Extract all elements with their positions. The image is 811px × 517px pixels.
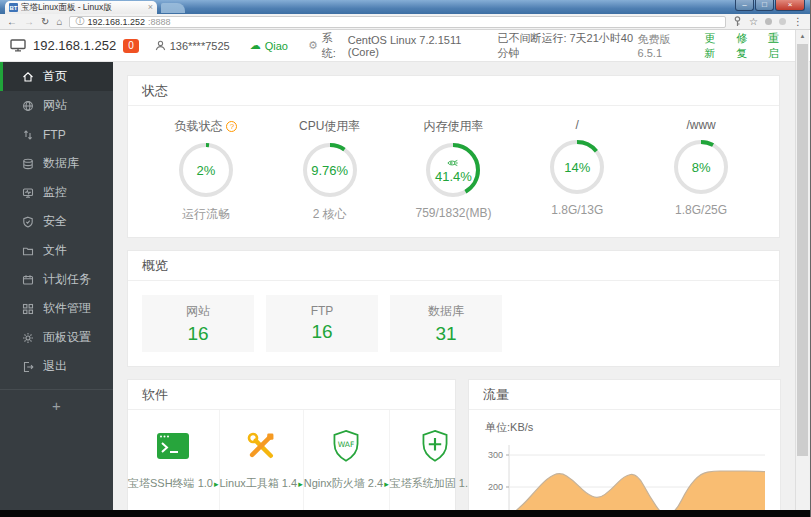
- overview-ftp[interactable]: FTP 16: [266, 295, 378, 352]
- gauge-value: 14%: [564, 160, 590, 175]
- software-item-linux-toolbox[interactable]: Linux工具箱 1.4▸: [220, 410, 304, 510]
- play-icon: ▸: [384, 479, 389, 489]
- gauge-subtext: 1.8G/13G: [515, 203, 639, 217]
- monitor-pulse-icon: [22, 187, 34, 199]
- repair-link[interactable]: 修复: [736, 31, 756, 61]
- sidebar-item-files[interactable]: 文件: [0, 236, 113, 265]
- sidebar-item-cron[interactable]: 计划任务: [0, 265, 113, 294]
- svg-text:WAF: WAF: [338, 440, 355, 449]
- overview-sites[interactable]: 网站 16: [142, 295, 254, 352]
- sidebar-item-label: 安全: [43, 213, 67, 230]
- scrollbar-thumb[interactable]: [797, 44, 808, 456]
- database-icon: [22, 158, 34, 170]
- panel-topbar: 192.168.1.252 0 136****7525 ☁ Qiao ⚙ 系统:…: [0, 30, 810, 62]
- toolbox-icon: [245, 426, 277, 466]
- window-minimize-button[interactable]: –: [735, 0, 754, 11]
- sidebar-item-label: 数据库: [43, 155, 79, 172]
- gauge-value: 8%: [692, 160, 711, 175]
- traffic-card: 流量 单位:KB/s 300200100: [468, 379, 781, 510]
- sidebar-item-software[interactable]: 软件管理: [0, 294, 113, 323]
- site-favicon: BT: [9, 3, 18, 12]
- sidebar-item-security[interactable]: 安全: [0, 207, 113, 236]
- panel-version: 免费版 6.5.1: [638, 32, 693, 59]
- software-item-label: Nginx防火墙 2.4: [304, 477, 383, 489]
- sidebar-item-monitor[interactable]: 监控: [0, 178, 113, 207]
- window-maximize-button[interactable]: □: [755, 0, 774, 11]
- server-ip[interactable]: 192.168.1.252: [33, 38, 116, 53]
- sidebar-item-sites[interactable]: 网站: [0, 91, 113, 120]
- sidebar: 首页 网站 FTP 数据库 监控 安全 文件 计划任务: [0, 62, 113, 510]
- system-value: CentOS Linux 7.2.1511 (Core): [348, 34, 478, 58]
- chrome-menu-icon[interactable]: ⋮: [793, 15, 803, 29]
- update-link[interactable]: 更新: [704, 31, 724, 61]
- url-bar[interactable]: ⓘ 192.168.1.252:8888: [69, 16, 726, 28]
- sidebar-item-home[interactable]: 首页: [0, 62, 113, 91]
- cloud-name: Qiao: [265, 40, 288, 52]
- sidebar-item-ftp[interactable]: FTP: [0, 120, 113, 149]
- window-titlebar: BT 宝塔Linux面板 - Linux版 × – □ ×: [0, 0, 810, 14]
- software-title: 软件: [128, 380, 455, 410]
- sidebar-item-logout[interactable]: 退出: [0, 352, 113, 381]
- sidebar-item-label: 计划任务: [43, 271, 91, 288]
- new-tab-button[interactable]: [161, 3, 185, 13]
- sidebar-item-settings[interactable]: 面板设置: [0, 323, 113, 352]
- software-item-system-hardening[interactable]: 宝塔系统加固 1.3▸: [390, 410, 480, 510]
- overview-title: 概览: [128, 251, 779, 281]
- browser-tab[interactable]: BT 宝塔Linux面板 - Linux版 ×: [5, 1, 157, 14]
- donut-gauge: 14%: [548, 138, 606, 196]
- window-close-button[interactable]: ×: [775, 0, 805, 11]
- bookmark-star-icon[interactable]: ☆: [749, 15, 758, 29]
- transfer-icon: [22, 129, 34, 141]
- help-icon[interactable]: ?: [226, 121, 237, 132]
- url-port: :8888: [148, 17, 171, 27]
- overview-database[interactable]: 数据库 31: [390, 295, 502, 352]
- main-content: 状态 负载状态 ? 2% 运行流畅 CPU使用率: [113, 62, 810, 510]
- play-icon: ▸: [298, 479, 303, 489]
- sidebar-add-button[interactable]: +: [0, 390, 113, 420]
- account-phone[interactable]: 136****7525: [155, 40, 230, 52]
- page-scrollbar[interactable]: ▲: [795, 30, 809, 510]
- sidebar-item-label: 软件管理: [43, 300, 91, 317]
- gear-icon: [22, 332, 34, 344]
- shield-plus-icon: [419, 426, 451, 466]
- play-icon: ▸: [214, 479, 219, 489]
- cloud-icon: ☁: [250, 39, 261, 52]
- url-host: 192.168.1.252: [87, 17, 145, 27]
- terminal-icon: [156, 426, 190, 466]
- restart-link[interactable]: 重启: [768, 31, 788, 61]
- forward-icon[interactable]: →: [24, 15, 34, 29]
- software-card: 软件 宝塔SSH终端 1.0▸ Linux工具箱 1.4▸: [127, 379, 456, 510]
- extension-icon[interactable]: [765, 18, 772, 25]
- gauge-label: CPU使用率: [299, 118, 360, 135]
- extension-icon[interactable]: [779, 18, 786, 25]
- page-info-icon[interactable]: ⓘ: [75, 15, 84, 28]
- donut-gauge: 9.76%: [301, 141, 359, 199]
- screen: BT 宝塔Linux面板 - Linux版 × – □ × ← → ↻ ⌂ ⓘ …: [0, 0, 811, 517]
- system-label: 系统:: [322, 31, 344, 61]
- uptime: 已不间断运行: 7天21小时40分钟: [497, 31, 637, 61]
- screen-edge: [0, 510, 810, 517]
- key-extension-icon[interactable]: [733, 16, 742, 27]
- donut-gauge: 41.4%: [424, 141, 482, 199]
- svg-text:200: 200: [488, 482, 503, 492]
- status-card: 状态 负载状态 ? 2% 运行流畅 CPU使用率: [127, 75, 780, 238]
- gauge-value: 9.76%: [311, 163, 348, 178]
- message-badge[interactable]: 0: [123, 39, 139, 53]
- cloud-account[interactable]: ☁ Qiao: [250, 39, 288, 52]
- browser-toolbar: ← → ↻ ⌂ ⓘ 192.168.1.252:8888 ☆ ⋮: [0, 14, 810, 30]
- gauge-label: /www: [686, 118, 715, 132]
- gauge-memory: 内存使用率 41.4% 759/1832(MB): [392, 118, 516, 223]
- sidebar-item-label: 网站: [43, 97, 67, 114]
- reload-icon[interactable]: ↻: [41, 15, 49, 29]
- back-icon[interactable]: ←: [7, 15, 17, 29]
- gauge-cpu: CPU使用率 9.76% 2 核心: [268, 118, 392, 223]
- home-icon[interactable]: ⌂: [56, 15, 62, 29]
- sidebar-item-database[interactable]: 数据库: [0, 149, 113, 178]
- software-item-nginx-waf[interactable]: WAF Nginx防火墙 2.4▸: [304, 410, 390, 510]
- folder-icon: [22, 245, 34, 257]
- scrollbar-up-icon[interactable]: ▲: [796, 30, 809, 43]
- software-item-ssh-terminal[interactable]: 宝塔SSH终端 1.0▸: [128, 410, 220, 510]
- sidebar-item-label: 文件: [43, 242, 67, 259]
- tab-close-icon[interactable]: ×: [148, 3, 153, 12]
- sidebar-item-label: 退出: [43, 358, 67, 375]
